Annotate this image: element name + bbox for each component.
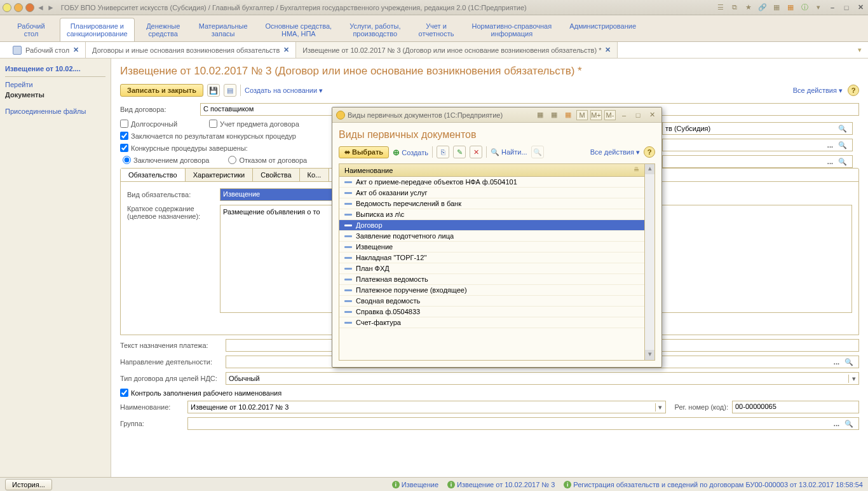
status-link-1[interactable]: iИзвещение bbox=[392, 481, 438, 488]
org-field[interactable]: тв (Субсидия)🔍 bbox=[662, 122, 853, 135]
tb-link-icon[interactable]: 🔗 bbox=[757, 3, 768, 13]
nav-documents[interactable]: Документы bbox=[5, 90, 105, 100]
tb-star-icon[interactable]: ★ bbox=[743, 3, 754, 13]
clear-find-icon[interactable]: 🔍 bbox=[531, 146, 544, 158]
close-icon[interactable]: ✕ bbox=[283, 46, 289, 54]
inner-tab-more[interactable]: Ко... bbox=[300, 169, 330, 181]
close-icon[interactable]: ✕ bbox=[605, 46, 611, 54]
inner-tab-characteristics[interactable]: Характеристики bbox=[186, 169, 254, 181]
dlg-zoom-mplus[interactable]: M+ bbox=[590, 110, 602, 120]
window-minimize[interactable]: – bbox=[827, 3, 837, 13]
refuse-radio[interactable]: Отказом от договора bbox=[228, 156, 307, 164]
tb-calc-icon[interactable]: ▦ bbox=[771, 3, 782, 13]
conclude-radio[interactable]: Заключением договора bbox=[123, 156, 209, 164]
section-tab-reference[interactable]: Нормативно-справочная информация bbox=[465, 18, 559, 41]
dialog-maximize[interactable]: □ bbox=[632, 110, 644, 120]
longterm-checkbox[interactable]: Долгосрочный bbox=[120, 120, 196, 128]
inner-tab-obligation[interactable]: Обязательство bbox=[121, 169, 186, 181]
save-close-button[interactable]: Записать и закрыть bbox=[120, 84, 203, 97]
tb-dropdown-icon[interactable]: ▾ bbox=[813, 3, 824, 13]
status-link-3[interactable]: iРегистрация обязательств и сведений по … bbox=[564, 481, 863, 488]
frag-field-2[interactable]: ...🔍 bbox=[662, 139, 853, 151]
list-item[interactable]: Ведомость перечислений в банк bbox=[339, 198, 644, 209]
magnifier-icon[interactable]: 🔍 bbox=[836, 141, 850, 149]
scroll-up-icon[interactable]: ▴ bbox=[645, 164, 654, 174]
list-item[interactable]: Сводная ведомость bbox=[339, 296, 644, 307]
magnifier-icon[interactable]: 🔍 bbox=[842, 420, 856, 428]
create-link[interactable]: ⊕ Создать bbox=[393, 148, 428, 157]
edit-icon[interactable]: ✎ bbox=[453, 146, 466, 158]
tb-info-icon[interactable]: ⓘ bbox=[799, 3, 810, 13]
ellipsis-icon[interactable]: ... bbox=[831, 420, 842, 427]
copy-icon[interactable]: ⎘ bbox=[437, 146, 449, 158]
list-item[interactable]: Накладная ''ТОРГ-12'' bbox=[339, 252, 644, 263]
list-item[interactable]: План ФХД bbox=[339, 263, 644, 274]
tb-calendar-icon[interactable]: ▦ bbox=[785, 3, 796, 13]
dlg-icon-2[interactable]: ▦ bbox=[548, 110, 560, 120]
obl-type-field[interactable]: Извещение bbox=[220, 188, 347, 201]
ellipsis-icon[interactable]: ... bbox=[825, 158, 836, 165]
window-circle-2[interactable] bbox=[14, 3, 23, 12]
section-tab-accounting[interactable]: Учет и отчетность bbox=[411, 18, 461, 41]
dialog-close[interactable]: ✕ bbox=[646, 110, 658, 120]
close-icon[interactable]: ✕ bbox=[73, 46, 79, 54]
list-item[interactable]: Извещение bbox=[339, 242, 644, 252]
list-item[interactable]: Выписка из л\с bbox=[339, 209, 644, 220]
list-item[interactable]: Счет-фактура bbox=[339, 317, 644, 328]
vat-dropdown[interactable]: Обычный▾ bbox=[226, 372, 859, 385]
window-circle-1[interactable] bbox=[3, 3, 11, 12]
dlg-all-actions[interactable]: Все действия ▾ bbox=[590, 148, 640, 156]
nav-attached-files[interactable]: Присоединенные файлы bbox=[5, 106, 105, 116]
select-button[interactable]: ⬌ Выбрать bbox=[339, 146, 389, 158]
tb-icon-1[interactable]: ☰ bbox=[715, 3, 726, 13]
doc-tabs-overflow[interactable]: ▾ bbox=[858, 46, 862, 54]
subject-checkbox[interactable]: Учет предмета договора bbox=[209, 120, 299, 128]
list-header[interactable]: Наименование ≞ bbox=[339, 164, 644, 177]
list-item[interactable]: Договор bbox=[339, 220, 644, 231]
magnifier-icon[interactable]: 🔍 bbox=[836, 158, 850, 166]
all-actions-link[interactable]: Все действия ▾ bbox=[793, 86, 843, 95]
tender-done-checkbox[interactable]: Конкурсные процедуры завершены: bbox=[120, 144, 248, 152]
list-item[interactable]: Справка ф.0504833 bbox=[339, 307, 644, 317]
scrollbar[interactable]: ▴ ▾ bbox=[644, 164, 654, 360]
group-field[interactable]: ...🔍 bbox=[187, 417, 859, 430]
list-item[interactable]: Акт о приеме-передаче объектов НФА ф.050… bbox=[339, 177, 644, 188]
section-tab-assets[interactable]: Основные средства, НМА, НПА bbox=[259, 18, 339, 41]
tender-checkbox[interactable]: Заключается по результатам конкурсных пр… bbox=[120, 132, 296, 140]
section-tab-materials[interactable]: Материальные запасы bbox=[192, 18, 255, 41]
doc-tab-desktop[interactable]: Рабочий стол ✕ bbox=[6, 42, 86, 58]
doc-tab-contracts[interactable]: Договоры и иные основания возникновения … bbox=[86, 42, 296, 58]
dialog-minimize[interactable]: – bbox=[618, 110, 630, 120]
save-icon[interactable]: 💾 bbox=[207, 84, 220, 97]
help-icon[interactable]: ? bbox=[848, 85, 859, 96]
tb-icon-2[interactable]: ⧉ bbox=[729, 3, 740, 13]
nav-fwd-icon[interactable]: ► bbox=[47, 3, 55, 12]
window-close[interactable]: ✕ bbox=[855, 3, 865, 13]
dlg-icon-1[interactable]: ▦ bbox=[534, 110, 546, 120]
history-button[interactable]: История... bbox=[5, 479, 52, 490]
report-icon[interactable]: ▤ bbox=[224, 84, 236, 97]
dlg-zoom-m[interactable]: M bbox=[576, 110, 588, 120]
find-link[interactable]: 🔍 Найти... bbox=[491, 148, 527, 156]
dlg-help-icon[interactable]: ? bbox=[644, 146, 655, 158]
list-item[interactable]: Заявление подотчетного лица bbox=[339, 231, 644, 242]
create-based-link[interactable]: Создать на основании ▾ bbox=[245, 86, 323, 95]
list-item[interactable]: Платежная ведомость bbox=[339, 274, 644, 285]
inner-tab-properties[interactable]: Свойства bbox=[253, 169, 299, 181]
status-link-2[interactable]: iИзвещение от 10.02.2017 № 3 bbox=[447, 481, 555, 488]
regnum-field[interactable]: 00-00000065 bbox=[732, 401, 859, 413]
doc-tab-notice[interactable]: Извещение от 10.02.2017 № 3 (Договор или… bbox=[296, 42, 618, 58]
section-tab-planning[interactable]: Планирование и санкционирование bbox=[60, 18, 135, 41]
name-dropdown[interactable]: Извещение от 10.02.2017 № 3▾ bbox=[187, 401, 666, 413]
dlg-zoom-mminus[interactable]: M- bbox=[604, 110, 616, 120]
section-tab-cash[interactable]: Денежные средства bbox=[139, 18, 188, 41]
frag-field-3[interactable]: ...🔍 bbox=[662, 155, 853, 168]
nav-go[interactable]: Перейти bbox=[5, 80, 105, 90]
scroll-down-icon[interactable]: ▾ bbox=[645, 350, 654, 360]
section-tab-services[interactable]: Услуги, работы, производство bbox=[342, 18, 407, 41]
window-circle-3[interactable] bbox=[25, 3, 34, 12]
control-name-checkbox[interactable]: Контроль заполнения рабочего наименовани… bbox=[120, 389, 281, 397]
delete-icon[interactable]: ✕ bbox=[470, 146, 482, 158]
section-tab-desktop[interactable]: Рабочий стол bbox=[6, 18, 56, 41]
magnifier-icon[interactable]: 🔍 bbox=[836, 125, 850, 133]
